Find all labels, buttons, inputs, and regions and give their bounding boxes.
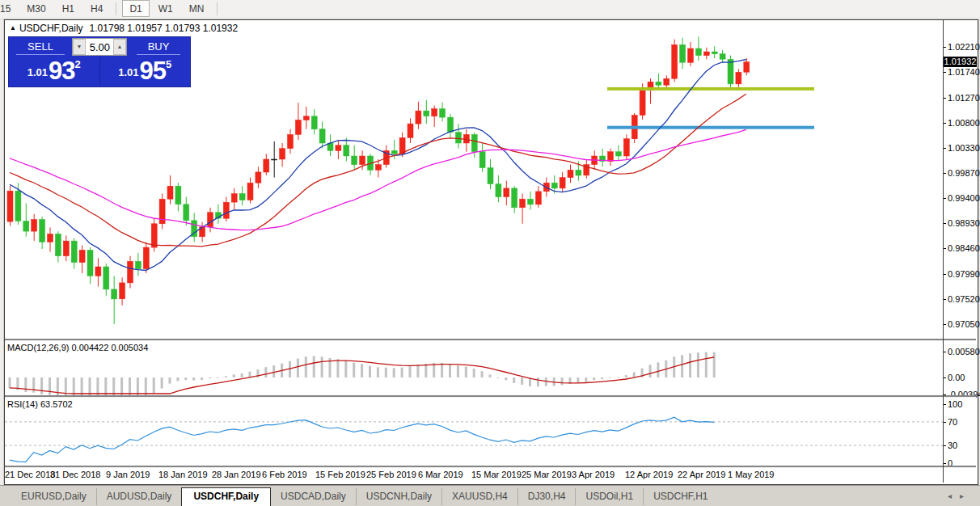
chart-content: ▲USDCHF,Daily1.01798 1.01957 1.01793 1.0…	[5, 20, 976, 483]
trendline-hline_olive	[607, 87, 814, 91]
price-tick-label: 0.97050	[948, 319, 980, 330]
trendline-hline_blue	[607, 126, 814, 129]
date-tick-label: 31 Dec 2018	[50, 470, 100, 479]
rsi-tick-label: 70	[948, 417, 957, 428]
tab-scroll-arrows[interactable]: ◂▸	[948, 491, 972, 500]
sell-button[interactable]: SELL	[9, 37, 72, 57]
price-tick-label: 1.02210	[948, 42, 980, 53]
volume-decrease-button[interactable]: ▼	[73, 39, 86, 55]
macd-indicator-label: MACD(12,26,9) 0.004422 0.005034	[7, 343, 148, 352]
volume-increase-button[interactable]: ▲	[113, 39, 126, 55]
toolbar-separator	[116, 2, 116, 15]
timeframe-button-15[interactable]: 15	[0, 0, 18, 17]
timeframe-button-H4[interactable]: H4	[83, 0, 110, 17]
date-tick-label: 21 Dec 2018	[5, 470, 55, 479]
panel-separator[interactable]	[5, 339, 976, 341]
date-tick-label: 6 Feb 2019	[262, 470, 307, 479]
price-tick-label: 0.99870	[948, 168, 980, 179]
date-tick-label: 3 Apr 2019	[572, 470, 615, 479]
timeframe-toolbar: 15M30H1H4D1W1MN	[0, 0, 980, 19]
date-tick-label: 25 Feb 2019	[366, 470, 416, 479]
chart-window: ▲USDCHF,Daily1.01798 1.01957 1.01793 1.0…	[4, 19, 978, 485]
volume-control: ▼ 5.00 ▲	[72, 38, 127, 56]
timeframe-button-H1[interactable]: H1	[55, 0, 82, 17]
chart-symbol-label: USDCHF,Daily	[19, 23, 83, 34]
panel-separator[interactable]	[5, 395, 976, 398]
panel-separator	[5, 466, 976, 468]
tab-USDCAD-Daily[interactable]: USDCAD,Daily	[271, 488, 356, 505]
timeframe-button-W1[interactable]: W1	[151, 0, 180, 17]
chart-title: ▲USDCHF,Daily1.01798 1.01957 1.01793 1.0…	[10, 23, 238, 34]
date-tick-label: 18 Jan 2019	[158, 470, 208, 479]
macd-tick-label: 0.005805	[948, 347, 980, 357]
tab-EURUSD-Daily[interactable]: EURUSD,Daily	[11, 488, 96, 505]
rsi-tick-label: 100	[948, 399, 962, 410]
tab-USDOil-H1[interactable]: USDOil,H1	[575, 488, 643, 505]
chart-ohlc-values: 1.01798 1.01957 1.01793 1.01932	[90, 23, 239, 34]
timeframe-button-D1[interactable]: D1	[122, 0, 149, 17]
price-axis-border	[943, 20, 944, 483]
toolbar-separator	[217, 2, 218, 15]
symbol-tab-bar: EURUSD,DailyAUDUSD,DailyUSDCHF,DailyUSDC…	[0, 485, 980, 506]
price-tick-label: 0.97990	[948, 269, 980, 280]
price-tick-label: 0.99400	[948, 193, 980, 204]
price-tick-label: 0.98460	[948, 243, 980, 254]
one-click-trading-panel: SELL ▼ 5.00 ▲ BUY 1.01932 1.01955	[8, 36, 191, 87]
rsi-panel	[5, 398, 943, 466]
date-tick-label: 1 May 2019	[728, 470, 774, 479]
timeframe-button-MN[interactable]: MN	[182, 0, 212, 17]
tab-XAUUSD-H4[interactable]: XAUUSD,H4	[441, 488, 517, 505]
date-tick-label: 15 Mar 2019	[471, 470, 522, 479]
date-tick-label: 22 Apr 2019	[678, 470, 725, 479]
price-tick-label: 1.00800	[948, 118, 980, 129]
price-tick-label: 1.01270	[948, 93, 980, 103]
date-tick-label: 9 Jan 2019	[106, 470, 150, 479]
date-tick-label: 15 Feb 2019	[315, 470, 365, 479]
current-price-tag: 1.01932	[944, 57, 977, 67]
price-tick-label: 0.97520	[948, 294, 980, 305]
buy-price[interactable]: 1.01955	[100, 57, 191, 86]
sell-price[interactable]: 1.01932	[9, 57, 99, 86]
rsi-line	[10, 417, 714, 462]
price-tick-label: 0.98930	[948, 218, 980, 229]
date-tick-label: 28 Jan 2019	[212, 470, 261, 479]
tab-DJ30-H4[interactable]: DJ30,H4	[517, 488, 576, 505]
price-tick-label: 1.00330	[948, 143, 980, 154]
date-tick-label: 12 Apr 2019	[625, 470, 673, 479]
tab-USDCNH-Daily[interactable]: USDCNH,Daily	[356, 488, 441, 505]
tab-AUDUSD-Daily[interactable]: AUDUSD,Daily	[96, 488, 182, 505]
buy-button[interactable]: BUY	[127, 37, 190, 57]
volume-input[interactable]: 5.00	[86, 39, 113, 55]
ma-slow-line	[10, 129, 746, 230]
rsi-indicator-label: RSI(14) 63.5702	[7, 399, 73, 409]
date-tick-label: 25 Mar 2019	[522, 470, 572, 479]
rsi-tick-label: 30	[948, 441, 957, 451]
collapse-arrow-icon[interactable]: ▲	[10, 24, 16, 32]
tab-USDCHF-Daily[interactable]: USDCHF,Daily	[181, 487, 271, 506]
date-tick-label: 6 Mar 2019	[418, 470, 463, 479]
tab-USDCHF-H1[interactable]: USDCHF,H1	[643, 488, 717, 505]
timeframe-button-M30[interactable]: M30	[19, 0, 53, 17]
price-tick-label: 1.01740	[948, 67, 980, 78]
macd-tick-label: 0.00	[948, 373, 965, 383]
